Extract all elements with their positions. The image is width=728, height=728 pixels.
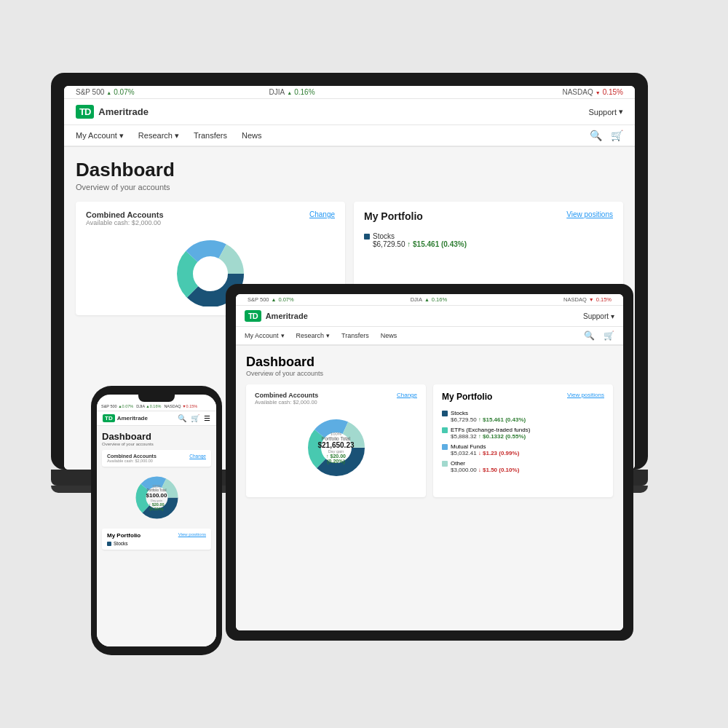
tablet-nasdaq-arrow: [589, 296, 594, 303]
phone-available-cash: Available cash: $2,000.00: [107, 459, 157, 463]
phone-combined-accounts: Combined Accounts: [107, 454, 157, 459]
tablet-combined-accounts: Combined Accounts: [255, 392, 318, 399]
etfs-color-dot: [442, 427, 448, 433]
tablet-device: S&P 500 0.07% DJIA 0.16% NASDAQ 0.15%: [226, 284, 633, 641]
available-cash: Available cash: $2,000.00: [86, 219, 164, 226]
scene: S&P 500 0.07% DJIA 0.16% NASDAQ 0.15%: [51, 73, 677, 655]
tablet-page-sub: Overview of your accounts: [246, 370, 613, 377]
phone-search-icon[interactable]: 🔍: [178, 414, 186, 422]
stocks-dot: [364, 234, 370, 240]
tablet-donut-center: 100% Portfolio Total $21,650.23 Day gain…: [317, 432, 354, 464]
sp500-ticker: S&P 500 0.07%: [76, 88, 135, 96]
phone-portfolio-card: My Portfolio View positions Stocks: [102, 529, 211, 550]
tablet-change-btn[interactable]: Change: [397, 392, 417, 405]
phone-logo: TD Ameritrade: [103, 414, 148, 422]
tablet-portfolio-title: My Portfolio: [442, 392, 492, 402]
nav-news[interactable]: News: [242, 131, 262, 140]
phone-page-sub: Overview of your accounts: [102, 442, 211, 446]
phone-day-gain: ↑ $20.00 (0.20%): [143, 502, 170, 511]
tablet-frame: S&P 500 0.07% DJIA 0.16% NASDAQ 0.15%: [226, 284, 633, 641]
djia-ticker: DJIA 0.16%: [269, 88, 315, 96]
stocks-value: $6,729.50 ↑ $15.461 (0.43%): [364, 240, 613, 248]
tablet-day-gain: ↑ $20.00 (0.20%): [317, 454, 354, 464]
tablet-nav: My Account▾ Research▾ Transfers News 🔍 🛒: [236, 327, 623, 346]
search-icon[interactable]: 🔍: [590, 130, 602, 141]
tablet-logo-box: TD: [245, 310, 261, 322]
page-subtitle: Overview of your accounts: [76, 183, 623, 191]
desktop-header: TD Ameritrade Support ▾: [64, 99, 635, 125]
phone-portfolio-total: $100.00: [143, 492, 170, 499]
combined-accounts-label: Combined Accounts: [86, 210, 164, 219]
tablet-nav-account[interactable]: My Account▾: [245, 332, 285, 339]
tablet-cards: Combined Accounts Available cash: $2,000…: [246, 384, 613, 497]
cart-icon[interactable]: 🛒: [611, 130, 623, 141]
stocks-color-dot: [442, 411, 448, 416]
tablet-content: Dashboard Overview of your accounts Comb…: [236, 346, 623, 630]
desktop-nav: My Account▾ Research▾ Transfers News 🔍 🛒: [64, 125, 635, 147]
phone-header-icons: 🔍 🛒 ☰: [178, 414, 210, 422]
phone-logo-box: TD: [103, 414, 115, 422]
nav-my-account[interactable]: My Account▾: [76, 131, 124, 141]
tablet-portfolio-other: Other $3,000.00 ↓ $1.50 (0.10%): [442, 460, 604, 473]
page-title: Dashboard: [76, 159, 623, 181]
tablet-view-positions[interactable]: View positions: [567, 392, 604, 398]
portfolio-item: Stocks $6,729.50 ↑ $15.461 (0.43%): [364, 232, 613, 248]
tablet-search-icon[interactable]: 🔍: [584, 331, 595, 341]
phone-portfolio-title: My Portfolio: [107, 532, 141, 539]
phone-stocks-dot: [107, 542, 111, 546]
tablet-accounts-card: Combined Accounts Available cash: $2,000…: [246, 384, 426, 497]
tablet-screen: S&P 500 0.07% DJIA 0.16% NASDAQ 0.15%: [236, 294, 623, 630]
nasdaq-ticker: NASDAQ 0.15%: [562, 88, 623, 96]
phone-change-btn[interactable]: Change: [189, 454, 206, 459]
tablet-sp500-arrow: [271, 296, 276, 303]
tablet-page-title: Dashboard: [246, 355, 613, 370]
tablet-djia-arrow: [424, 296, 430, 303]
tablet-support[interactable]: Support▾: [583, 312, 614, 320]
tablet-nav-research[interactable]: Research▾: [296, 332, 331, 339]
phone-menu-icon[interactable]: ☰: [204, 414, 210, 422]
tablet-portfolio-mutual: Mutual Funds $5,032.41 ↓ $1.23 (0.99%): [442, 443, 604, 456]
ticker-bar: S&P 500 0.07% DJIA 0.16% NASDAQ 0.15%: [64, 86, 635, 99]
sp500-arrow-up: [106, 88, 111, 96]
logo: TD Ameritrade: [76, 105, 149, 119]
tablet-portfolio-stocks: Stocks $6,729.50 ↑ $15.461 (0.43%): [442, 410, 604, 423]
phone-ticker-bar: S&P 500 ▲0.07% DJIA ▲0.16% NASDAQ ▼0.15%: [97, 402, 216, 411]
logo-box: TD: [76, 105, 94, 119]
tablet-djia: DJIA 0.16%: [411, 296, 447, 303]
tablet-cart-icon[interactable]: 🛒: [604, 331, 614, 341]
phone-accounts-card: Combined Accounts Available cash: $2,000…: [102, 450, 211, 467]
nav-icons: 🔍 🛒: [590, 130, 623, 141]
change-button[interactable]: Change: [309, 210, 335, 218]
logo-text: Ameritrade: [98, 106, 149, 117]
mutual-color-dot: [442, 444, 448, 450]
tablet-header: TD Ameritrade Support▾: [236, 306, 623, 327]
tablet-nav-news[interactable]: News: [381, 332, 397, 339]
nasdaq-arrow-down: [596, 88, 601, 96]
tablet-nav-icons: 🔍 🛒: [584, 331, 614, 341]
tablet-logo-text: Ameritrade: [266, 312, 308, 320]
phone-device: S&P 500 ▲0.07% DJIA ▲0.16% NASDAQ ▼0.15%…: [91, 386, 222, 655]
phone-cart-icon[interactable]: 🛒: [191, 414, 199, 422]
phone-page-title: Dashboard: [102, 431, 211, 442]
portfolio-title: My Portfolio: [364, 210, 423, 222]
phone-view-positions[interactable]: View positions: [178, 532, 206, 539]
tablet-nav-transfers[interactable]: Transfers: [341, 332, 369, 339]
phone-frame: S&P 500 ▲0.07% DJIA ▲0.16% NASDAQ ▼0.15%…: [91, 386, 222, 655]
phone-screen: S&P 500 ▲0.07% DJIA ▲0.16% NASDAQ ▼0.15%…: [97, 395, 216, 646]
nav-research[interactable]: Research▾: [138, 131, 179, 141]
phone-donut-center: 100% Portfolio Total $100.00 Day gain ↑ …: [143, 485, 170, 511]
tablet-portfolio-total: $21,650.23: [317, 441, 354, 449]
view-positions-link[interactable]: View positions: [566, 210, 613, 218]
tablet-portfolio-card: My Portfolio View positions Stocks: [433, 384, 613, 497]
support-button[interactable]: Support ▾: [588, 107, 623, 116]
tablet-logo: TD Ameritrade: [245, 310, 308, 322]
other-color-dot: [442, 461, 448, 467]
tablet-ticker-bar: S&P 500 0.07% DJIA 0.16% NASDAQ 0.15%: [236, 294, 623, 306]
phone-stocks-item: Stocks: [107, 541, 206, 546]
tablet-nasdaq: NASDAQ 0.15%: [563, 296, 612, 303]
tablet-portfolio-etfs: ETFs (Exchange-traded funds) $5,888.32 ↑…: [442, 427, 604, 440]
phone-notch: [138, 395, 175, 402]
phone-content: Dashboard Overview of your accounts Comb…: [97, 426, 216, 646]
nav-transfers[interactable]: Transfers: [194, 131, 227, 140]
tablet-available-cash: Available cash: $2,000.00: [255, 399, 318, 405]
